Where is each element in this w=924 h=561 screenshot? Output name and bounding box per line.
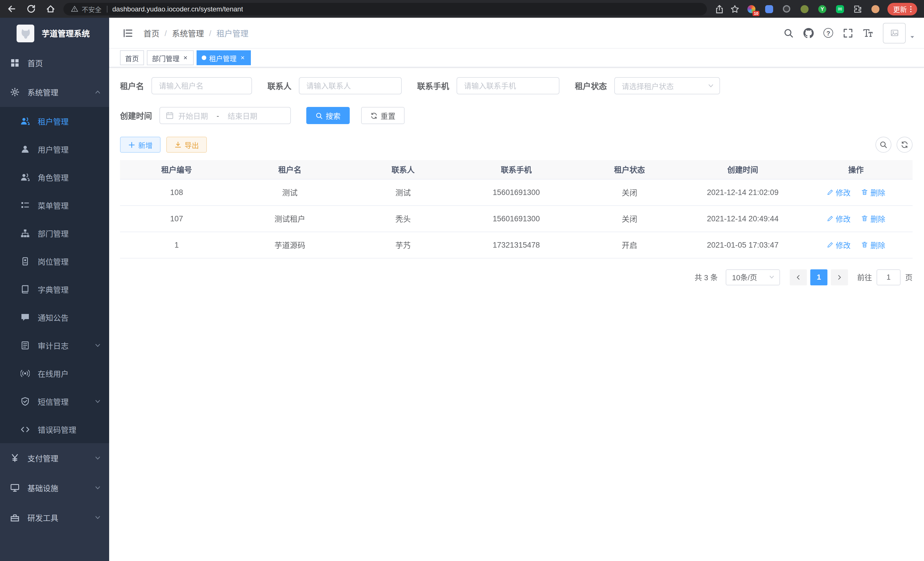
bookmark-star-icon[interactable]: [730, 4, 740, 14]
delete-link[interactable]: 删除: [861, 239, 885, 250]
code-icon: [21, 425, 30, 434]
puzzle-icon: [853, 4, 862, 14]
sitemap-icon: [21, 229, 30, 238]
browser-back-icon[interactable]: [7, 4, 16, 14]
tab-tenant[interactable]: 租户管理 ×: [196, 50, 251, 65]
delete-link[interactable]: 删除: [861, 213, 885, 224]
contact-input[interactable]: [299, 77, 402, 94]
search-icon[interactable]: [783, 28, 794, 38]
menu-label: 通知公告: [38, 311, 69, 323]
chevron-down-icon: [707, 82, 714, 89]
extensions-puzzle-icon[interactable]: [852, 3, 863, 15]
refresh-table-button[interactable]: [897, 137, 913, 153]
extension-icon-chat[interactable]: ✉: [834, 3, 846, 15]
user-avatar-menu[interactable]: [883, 23, 915, 43]
sidebar-item-error-code[interactable]: 错误码管理: [0, 415, 109, 443]
prev-page-button[interactable]: [790, 269, 807, 285]
menu-label: 短信管理: [38, 396, 69, 407]
browser-update-button[interactable]: 更新: [887, 3, 917, 15]
create-time-range-picker[interactable]: 开始日期 - 结束日期: [159, 107, 291, 124]
tenant-status-select[interactable]: 请选择租户状态: [614, 77, 720, 94]
github-icon[interactable]: [803, 28, 814, 38]
extension-icon-green[interactable]: Y: [817, 3, 828, 15]
table-row: 108 测试 测试 15601691300 关闭 2021-12-14 21:0…: [120, 179, 913, 205]
goto-page-input[interactable]: [877, 269, 901, 285]
sidebar-item-tenant[interactable]: 租户管理: [0, 107, 109, 135]
filter-phone: 联系手机: [417, 77, 560, 94]
sidebar-item-sms[interactable]: 短信管理: [0, 387, 109, 415]
font-size-icon[interactable]: [863, 28, 873, 38]
cell-actions: 修改 删除: [800, 205, 913, 232]
add-button[interactable]: 新增: [120, 137, 160, 153]
search-button[interactable]: 搜索: [306, 107, 350, 124]
caret-down-icon: [909, 34, 915, 40]
sidebar-item-dict[interactable]: 字典管理: [0, 275, 109, 303]
page-size-select[interactable]: 10条/页: [726, 269, 780, 285]
menu-label: 审计日志: [38, 339, 69, 351]
chevron-down-icon: [769, 274, 775, 280]
page-number-button[interactable]: 1: [810, 269, 827, 285]
refresh-icon: [901, 141, 909, 149]
extension-glyph: [801, 5, 808, 13]
extension-icon-dark[interactable]: [781, 3, 793, 15]
contact-label: 联系人: [267, 80, 291, 92]
filter-create-time: 创建时间 开始日期 - 结束日期: [120, 107, 291, 124]
browser-reload-icon[interactable]: [26, 4, 36, 14]
tab-label: 首页: [125, 53, 139, 63]
edit-link[interactable]: 修改: [826, 213, 850, 224]
sidebar-item-menu[interactable]: 菜单管理: [0, 191, 109, 219]
browser-profile-avatar[interactable]: [870, 3, 881, 15]
sidebar-item-system[interactable]: 系统管理: [0, 77, 109, 107]
kebab-menu-icon: [907, 5, 915, 13]
export-button[interactable]: 导出: [166, 137, 207, 153]
sidebar-fold-icon[interactable]: [118, 28, 138, 38]
monitor-icon: [10, 483, 20, 492]
extension-icon-colorful[interactable]: 10: [746, 3, 757, 15]
shield-icon: [21, 397, 30, 406]
sidebar-item-infra[interactable]: 基础设施: [0, 473, 109, 503]
edit-link[interactable]: 修改: [826, 187, 850, 198]
tenant-name-label: 租户名: [120, 80, 144, 92]
extension-icon-blue[interactable]: [764, 3, 775, 15]
sidebar-item-home[interactable]: 首页: [0, 49, 109, 77]
tab-dept[interactable]: 部门管理 ×: [147, 50, 194, 65]
sidebar-item-role[interactable]: 角色管理: [0, 163, 109, 191]
sidebar-item-online-users[interactable]: 在线用户: [0, 359, 109, 387]
trash-icon: [861, 189, 868, 196]
extension-icon-olive[interactable]: [799, 3, 810, 15]
close-icon[interactable]: ×: [239, 54, 246, 62]
update-label: 更新: [893, 4, 907, 14]
tenant-name-input[interactable]: [152, 77, 252, 94]
menu-label: 错误码管理: [38, 423, 76, 435]
tab-home[interactable]: 首页: [120, 50, 144, 65]
phone-input[interactable]: [457, 77, 560, 94]
extension-glyph: [765, 5, 773, 13]
reset-button[interactable]: 重置: [361, 107, 405, 124]
sidebar-item-dept[interactable]: 部门管理: [0, 219, 109, 247]
edit-link[interactable]: 修改: [826, 239, 850, 250]
browser-home-icon[interactable]: [46, 4, 56, 14]
help-icon[interactable]: ?: [824, 28, 833, 38]
delete-link[interactable]: 删除: [861, 187, 885, 198]
sidebar-item-audit-log[interactable]: 审计日志: [0, 331, 109, 359]
sidebar-item-payment[interactable]: 支付管理: [0, 443, 109, 473]
toggle-search-button[interactable]: [875, 137, 891, 153]
sidebar-item-user[interactable]: 用户管理: [0, 135, 109, 163]
address-bar[interactable]: 不安全 dashboard.yudao.iocoder.cn/system/te…: [63, 3, 707, 15]
chevron-down-icon: [94, 484, 101, 491]
sidebar-item-post[interactable]: 岗位管理: [0, 247, 109, 275]
fullscreen-icon[interactable]: [843, 28, 853, 38]
next-page-button[interactable]: [831, 269, 848, 285]
sidebar-item-dev-tools[interactable]: 研发工具: [0, 503, 109, 532]
sidebar-item-notice[interactable]: 通知公告: [0, 303, 109, 331]
breadcrumb-system[interactable]: 系统管理: [172, 27, 204, 39]
close-icon[interactable]: ×: [182, 54, 189, 62]
chevron-left-icon: [795, 274, 802, 281]
create-time-label: 创建时间: [120, 110, 152, 121]
breadcrumb-home[interactable]: 首页: [143, 27, 159, 39]
share-icon[interactable]: [715, 4, 724, 14]
app-logo[interactable]: 芋道管理系统: [0, 18, 109, 49]
filter-contact: 联系人: [267, 77, 402, 94]
menu-label: 在线用户: [38, 367, 69, 379]
sidebar: 芋道管理系统 首页 系统管理 租户管理: [0, 18, 109, 561]
